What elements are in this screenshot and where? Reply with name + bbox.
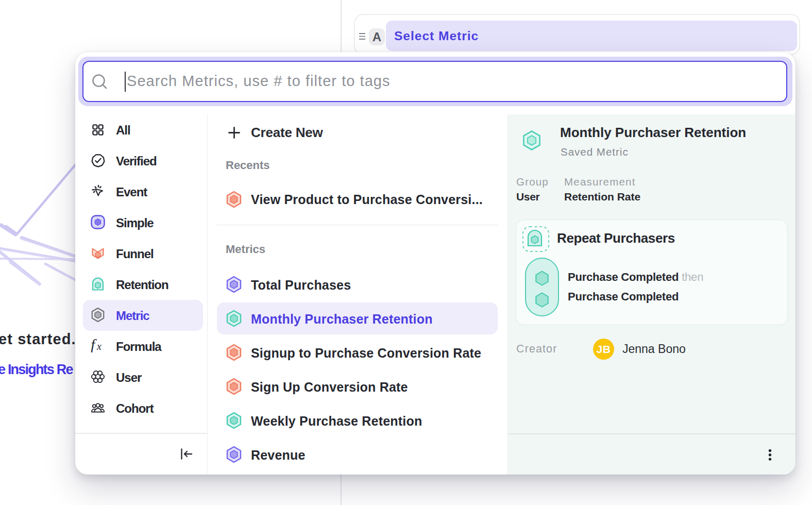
svg-text:x: x	[96, 341, 102, 352]
svg-text:f: f	[91, 339, 97, 352]
